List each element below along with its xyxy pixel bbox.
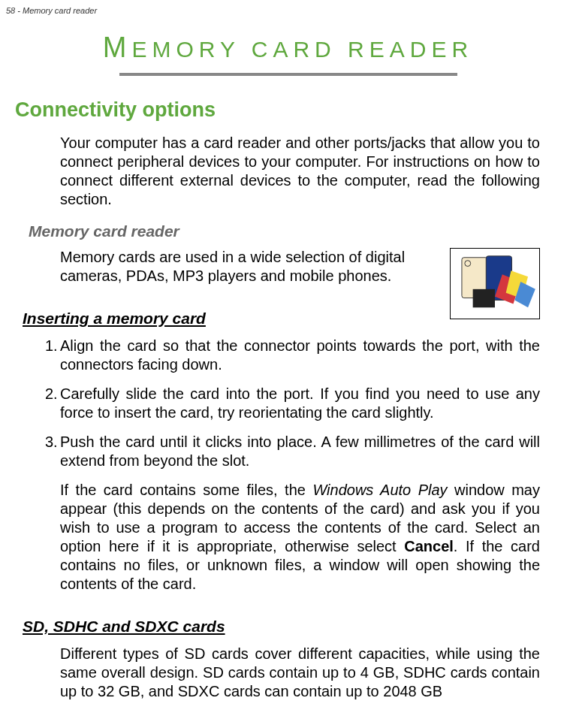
cancel-text: Cancel: [404, 538, 454, 554]
list-item-3: 3.Push the card until it clicks into pla…: [60, 433, 540, 470]
connectivity-body: Your computer has a card reader and othe…: [60, 134, 540, 209]
svg-rect-3: [473, 289, 495, 307]
memory-section: Memory cards are used in a wide selectio…: [60, 248, 540, 285]
list-number-2: 2.: [45, 385, 58, 403]
windows-autoplay-text: Windows Auto Play: [312, 482, 447, 498]
memory-cards-illustration: [450, 248, 540, 319]
list-text-2: Carefully slide the card into the port. …: [60, 385, 540, 421]
page-title: MEMORY CARD READER: [0, 32, 576, 64]
subsection-sd-cards-heading: SD, SDHC and SDXC cards: [23, 618, 576, 636]
list-text-1: Align the card so that the connector poi…: [60, 337, 540, 373]
list-number-3: 3.: [45, 433, 58, 452]
section-connectivity-heading: Connectivity options: [15, 98, 576, 122]
list-item-1: 1.Align the card so that the connector p…: [60, 337, 540, 374]
list-continuation: If the card contains some files, the Win…: [60, 481, 540, 594]
subsection-memory-reader-heading: Memory card reader: [29, 222, 576, 240]
sd-cards-body: Different types of SD cards cover differ…: [60, 645, 540, 701]
list-item-2: 2.Carefully slide the card into the port…: [60, 385, 540, 422]
memory-reader-body: Memory cards are used in a wide selectio…: [60, 248, 443, 285]
list-number-1: 1.: [45, 337, 58, 355]
list-text-3: Push the card until it clicks into place…: [60, 433, 540, 469]
title-underline: [119, 73, 457, 76]
cont-pre: If the card contains some files, the: [60, 482, 312, 498]
page-header: 58 - Memory card reader: [0, 0, 576, 15]
